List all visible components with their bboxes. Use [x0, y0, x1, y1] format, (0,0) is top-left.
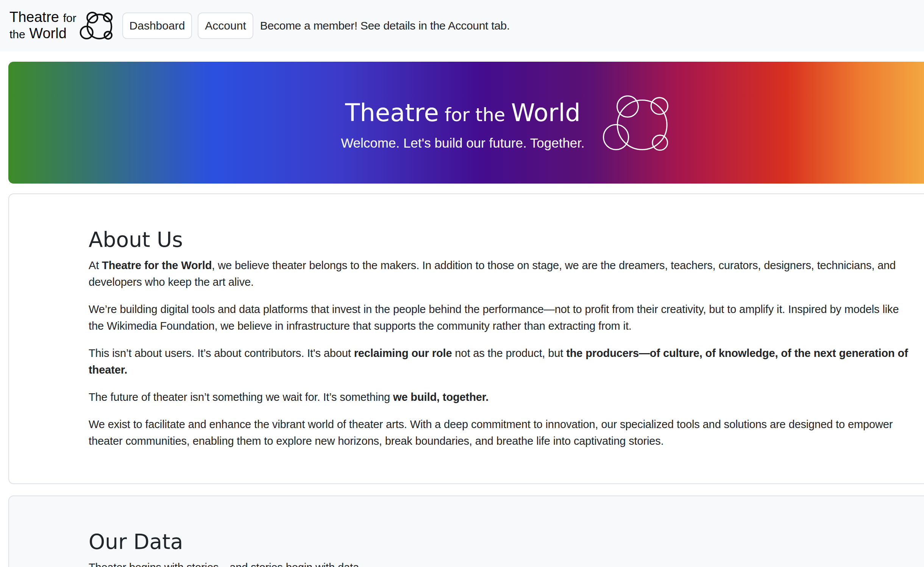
brand-logo-icon: [81, 11, 113, 40]
hero-text-block: Theatre for the World Welcome. Let's bui…: [8, 62, 917, 152]
about-card: About Us At Theatre for the World, we be…: [8, 193, 924, 484]
our-data-card: Our Data Theater begins with stories—and…: [8, 495, 924, 567]
account-button[interactable]: Account: [198, 12, 253, 39]
hero-logo-icon: [604, 95, 671, 151]
membership-note: Become a member! See details in the Acco…: [260, 19, 510, 32]
brand-wordmark: Theatre for the World: [9, 9, 76, 42]
dashboard-button[interactable]: Dashboard: [122, 12, 192, 39]
hero-title: Theatre for the World: [8, 98, 917, 130]
our-data-heading: Our Data: [89, 529, 924, 555]
about-paragraph-4: The future of theater isn’t something we…: [89, 389, 924, 405]
about-paragraph-5: We exist to facilitate and enhance the v…: [89, 416, 924, 449]
about-paragraph-1: At Theatre for the World, we believe the…: [89, 257, 924, 290]
hero-subtitle: Welcome. Let's build our future. Togethe…: [8, 134, 917, 152]
our-data-paragraph: Theater begins with stories—and stories …: [89, 559, 924, 567]
page-content: Theatre for the World Welcome. Let's bui…: [8, 62, 924, 567]
about-paragraph-3: This isn’t about users. It’s about contr…: [89, 345, 924, 378]
hero-banner: Theatre for the World Welcome. Let's bui…: [8, 62, 924, 184]
top-nav: Theatre for the World Dashboard Account …: [0, 0, 924, 51]
about-paragraph-2: We’re building digital tools and data pl…: [89, 301, 924, 334]
about-heading: About Us: [89, 227, 924, 252]
